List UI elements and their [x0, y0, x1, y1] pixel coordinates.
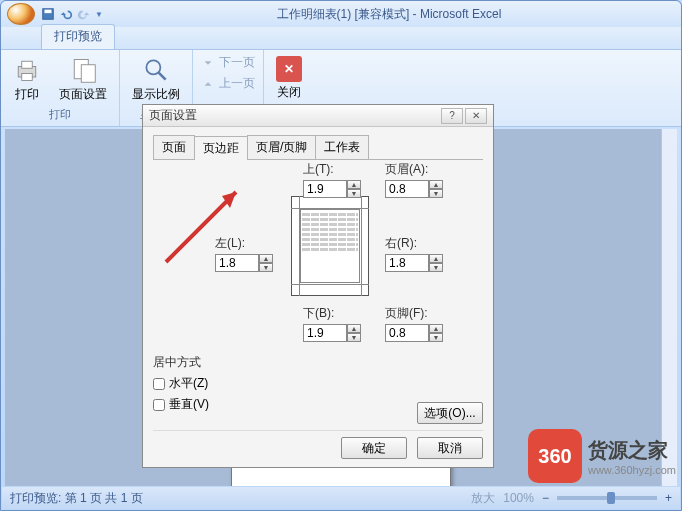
margin-footer-field: 页脚(F): ▲▼ [385, 305, 443, 342]
page-setup-dialog: 页面设置 ? ✕ 页面 页边距 页眉/页脚 工作表 上(T): ▲▼ [142, 104, 494, 468]
zoom-slider[interactable] [557, 496, 657, 500]
page-setup-icon [69, 56, 97, 84]
qat-dropdown-icon[interactable]: ▼ [95, 10, 103, 19]
zoom-percent: 100% [503, 491, 534, 505]
arrow-up-icon [201, 77, 215, 91]
dialog-title: 页面设置 [149, 107, 197, 124]
tab-margins[interactable]: 页边距 [194, 136, 248, 160]
arrow-down-icon [201, 56, 215, 70]
ok-button[interactable]: 确定 [341, 437, 407, 459]
redo-icon[interactable] [77, 7, 91, 21]
watermark-cn: 货源之家 [588, 437, 676, 464]
prev-page-button: 上一页 [201, 75, 255, 92]
margin-top-input[interactable] [303, 180, 347, 198]
spin-up-icon[interactable]: ▲ [429, 254, 443, 263]
next-page-button: 下一页 [201, 54, 255, 71]
spin-up-icon[interactable]: ▲ [429, 324, 443, 333]
watermark-en: www.360hyzj.com [588, 464, 676, 476]
spin-up-icon[interactable]: ▲ [347, 180, 361, 189]
status-text: 打印预览: 第 1 页 共 1 页 [10, 490, 143, 507]
magnifier-icon [142, 56, 170, 84]
ribbon-group-print: 打印 页面设置 打印 [1, 50, 120, 126]
margin-footer-input[interactable] [385, 324, 429, 342]
spin-down-icon[interactable]: ▼ [347, 333, 361, 342]
cancel-button[interactable]: 取消 [417, 437, 483, 459]
spin-down-icon[interactable]: ▼ [259, 263, 273, 272]
svg-line-8 [159, 73, 166, 80]
margin-bottom-field: 下(B): ▲▼ [303, 305, 361, 342]
tab-print-preview[interactable]: 打印预览 [41, 24, 115, 49]
spin-down-icon[interactable]: ▼ [429, 333, 443, 342]
svg-rect-6 [81, 65, 95, 83]
margin-bottom-input[interactable] [303, 324, 347, 342]
spin-up-icon[interactable]: ▲ [429, 180, 443, 189]
office-button[interactable] [7, 3, 35, 25]
zoom-out-button[interactable]: − [542, 491, 549, 505]
spin-up-icon[interactable]: ▲ [259, 254, 273, 263]
center-vertical-checkbox[interactable]: 垂直(V) [153, 396, 209, 413]
svg-rect-4 [22, 74, 33, 81]
spin-up-icon[interactable]: ▲ [347, 324, 361, 333]
tab-header-footer[interactable]: 页眉/页脚 [247, 135, 316, 159]
zoom-in-button[interactable]: + [665, 491, 672, 505]
zoom-button[interactable]: 显示比例 [128, 54, 184, 105]
margin-top-field: 上(T): ▲▼ [303, 161, 361, 198]
watermark: 360 货源之家 www.360hyzj.com [528, 429, 676, 483]
dialog-help-button[interactable]: ? [441, 108, 463, 124]
undo-icon[interactable] [59, 7, 73, 21]
window-title: 工作明细表(1) [兼容模式] - Microsoft Excel [103, 6, 675, 23]
watermark-badge: 360 [528, 429, 582, 483]
spin-down-icon[interactable]: ▼ [429, 263, 443, 272]
dialog-titlebar[interactable]: 页面设置 ? ✕ [143, 105, 493, 127]
spin-down-icon[interactable]: ▼ [347, 189, 361, 198]
tab-sheet[interactable]: 工作表 [315, 135, 369, 159]
ribbon-tab-row: 打印预览 [1, 27, 681, 49]
statusbar: 打印预览: 第 1 页 共 1 页 放大 100% − + [2, 487, 680, 509]
tab-page[interactable]: 页面 [153, 135, 195, 159]
margin-header-input[interactable] [385, 180, 429, 198]
svg-rect-1 [45, 10, 52, 14]
close-preview-button[interactable]: ✕ 关闭 [272, 54, 306, 103]
close-icon: ✕ [276, 56, 302, 82]
group-label-print: 打印 [49, 107, 71, 122]
svg-point-7 [146, 60, 160, 74]
page-setup-button[interactable]: 页面设置 [55, 54, 111, 105]
margin-left-input[interactable] [215, 254, 259, 272]
svg-rect-3 [22, 61, 33, 68]
options-button[interactable]: 选项(O)... [417, 402, 483, 424]
margin-right-field: 右(R): ▲▼ [385, 235, 443, 272]
center-horizontal-checkbox[interactable]: 水平(Z) [153, 375, 209, 392]
zoom-label: 放大 [471, 490, 495, 507]
margin-header-field: 页眉(A): ▲▼ [385, 161, 443, 198]
margins-preview [291, 196, 369, 296]
dialog-tabs: 页面 页边距 页眉/页脚 工作表 [153, 135, 483, 160]
printer-icon [13, 56, 41, 84]
center-legend: 居中方式 [153, 354, 209, 371]
save-icon[interactable] [41, 7, 55, 21]
margin-right-input[interactable] [385, 254, 429, 272]
spin-down-icon[interactable]: ▼ [429, 189, 443, 198]
print-button[interactable]: 打印 [9, 54, 45, 105]
center-group: 居中方式 水平(Z) 垂直(V) [153, 354, 209, 413]
dialog-close-button[interactable]: ✕ [465, 108, 487, 124]
quick-access-toolbar: ▼ [41, 7, 103, 21]
margins-panel: 上(T): ▲▼ 页眉(A): ▲▼ 左(L): ▲▼ 右(R): ▲▼ 下(B… [153, 160, 483, 402]
margin-left-field: 左(L): ▲▼ [215, 235, 273, 272]
